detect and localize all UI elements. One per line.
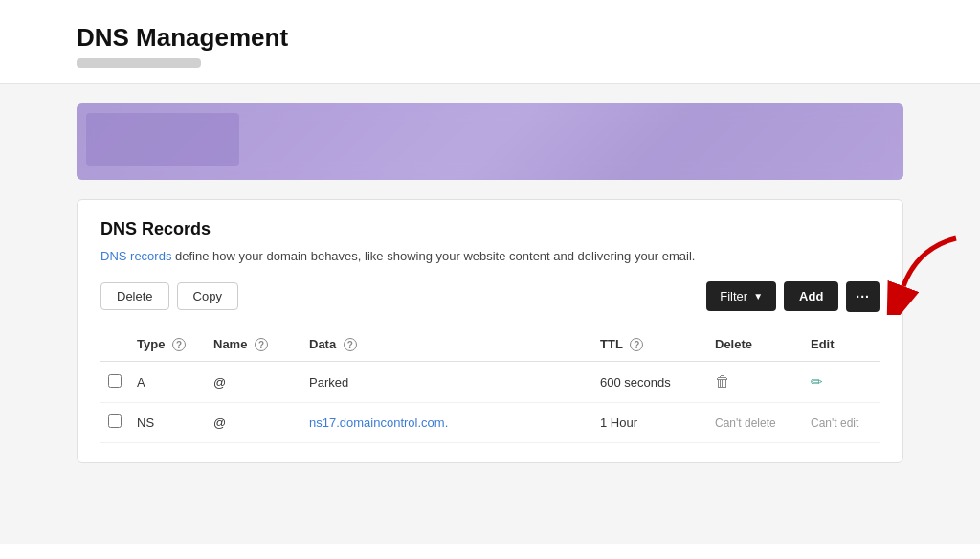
add-button[interactable]: Add (784, 281, 838, 311)
table-body: A @ Parked 600 seconds 🗑 ✏ (100, 362, 880, 443)
page-wrapper: DNS Management DNS Records DNS records d… (0, 0, 980, 559)
content-area: DNS Records DNS records define how your … (0, 84, 980, 544)
row2-cant-delete: Can't delete (715, 416, 776, 430)
row1-edit-cell: ✏ (803, 362, 880, 403)
row2-data-link[interactable]: ns17.domaincontrol.com. (309, 415, 448, 430)
th-ttl: TTL ? (592, 327, 707, 362)
row1-delete-icon[interactable]: 🗑 (715, 373, 730, 390)
row1-name: @ (206, 362, 301, 403)
page-subtitle-bar (77, 58, 201, 68)
row1-ttl: 600 seconds (592, 362, 707, 403)
th-name: Name ? (206, 327, 301, 362)
row2-ttl: 1 Hour (592, 403, 707, 443)
dns-records-desc-text: define how your domain behaves, like sho… (171, 249, 695, 263)
dns-records-card: DNS Records DNS records define how your … (77, 199, 903, 463)
banner-inner (86, 113, 239, 166)
row1-checkbox-cell (100, 362, 129, 403)
filter-label: Filter (720, 289, 747, 303)
row2-checkbox[interactable] (108, 414, 122, 428)
filter-chevron-icon: ▼ (753, 291, 763, 302)
dns-table: Type ? Name ? Data ? TTL ? Delete Edit (100, 327, 880, 444)
type-help-icon[interactable]: ? (172, 338, 186, 351)
dns-records-title: DNS Records (100, 219, 880, 239)
copy-button[interactable]: Copy (177, 282, 238, 310)
row1-checkbox[interactable] (108, 374, 122, 388)
row2-delete-cell: Can't delete (707, 403, 803, 443)
table-row: A @ Parked 600 seconds 🗑 ✏ (100, 362, 880, 403)
row2-name: @ (206, 403, 301, 443)
row2-checkbox-cell (100, 403, 129, 443)
row2-data: ns17.domaincontrol.com. (301, 403, 592, 443)
th-edit: Edit (803, 327, 880, 362)
filter-button[interactable]: Filter ▼ (706, 281, 776, 311)
table-row: NS @ ns17.domaincontrol.com. 1 Hour Can'… (100, 403, 880, 443)
row2-type: NS (129, 403, 206, 443)
dns-records-description: DNS records define how your domain behav… (100, 247, 880, 266)
th-checkbox (100, 327, 129, 362)
data-help-icon[interactable]: ? (344, 338, 357, 351)
row1-data: Parked (301, 362, 592, 403)
page-header: DNS Management (0, 0, 980, 84)
row1-edit-icon[interactable]: ✏ (811, 373, 823, 390)
more-button[interactable]: ··· (846, 281, 880, 312)
dns-records-link[interactable]: DNS records (100, 249, 171, 263)
ttl-help-icon[interactable]: ? (630, 338, 643, 351)
row1-delete-cell: 🗑 (707, 362, 803, 403)
row2-cant-edit: Can't edit (811, 416, 858, 430)
toolbar: Delete Copy Filter ▼ Add ··· (100, 281, 880, 312)
th-type: Type ? (129, 327, 206, 362)
name-help-icon[interactable]: ? (255, 338, 268, 351)
promo-banner (77, 103, 903, 180)
table-header: Type ? Name ? Data ? TTL ? Delete Edit (100, 327, 880, 362)
delete-button[interactable]: Delete (100, 282, 169, 310)
page-title: DNS Management (77, 23, 903, 53)
toolbar-right: Filter ▼ Add ··· (706, 281, 880, 312)
row2-edit-cell: Can't edit (803, 403, 880, 443)
toolbar-left: Delete Copy (100, 282, 238, 310)
th-data: Data ? (301, 327, 592, 362)
th-delete: Delete (707, 327, 803, 362)
row1-type: A (129, 362, 206, 403)
